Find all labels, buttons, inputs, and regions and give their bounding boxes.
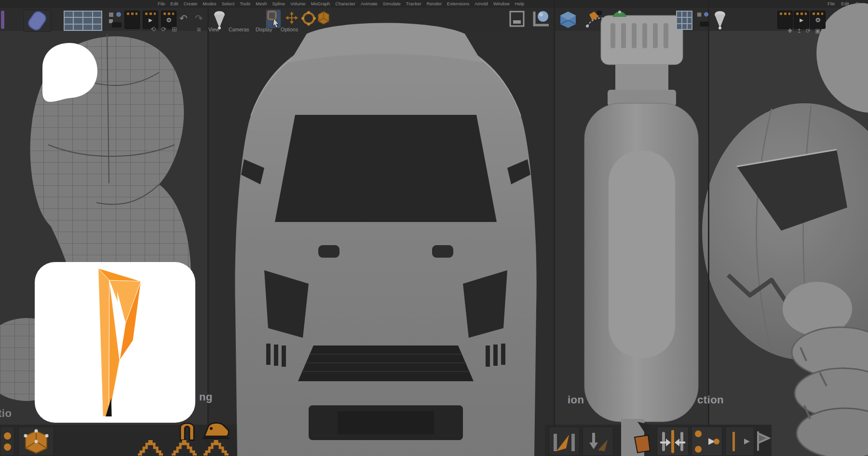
creator-p-logo xyxy=(96,268,143,416)
creator-avatar-card[interactable] xyxy=(35,262,195,423)
banner-root: File Edit Create Modes Select Tools Mesh… xyxy=(0,0,868,456)
patreon-logo xyxy=(39,41,100,103)
